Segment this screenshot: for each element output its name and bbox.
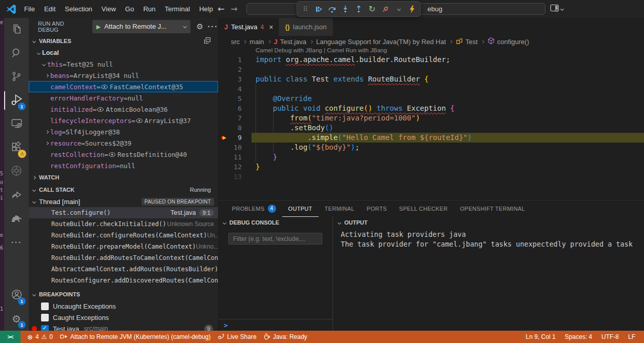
debug-console-header[interactable]: DEBUG CONSOLE — [219, 217, 333, 228]
search[interactable] — [4, 42, 29, 65]
close-icon[interactable]: × — [269, 23, 273, 31]
breadcrumb-item[interactable]: configure() — [487, 37, 529, 46]
breadcrumb-item[interactable]: Test — [456, 37, 478, 46]
kubernetes[interactable] — [4, 159, 29, 183]
breakpoints-section-header[interactable]: BREAKPOINTS — [29, 288, 218, 300]
editor-tab[interactable]: {}launch.json — [279, 18, 333, 36]
remote-explorer[interactable] — [4, 112, 29, 136]
settings[interactable]: ⚙1 — [4, 307, 29, 331]
variable-row[interactable]: resource = Sources$2@39 — [29, 137, 218, 149]
share[interactable] — [4, 183, 29, 207]
menu-edit[interactable]: Edit — [40, 3, 60, 15]
menu-terminal[interactable]: Terminal — [160, 3, 194, 15]
back-icon[interactable]: ← — [218, 4, 224, 14]
breadcrumb-item[interactable]: src — [231, 38, 240, 46]
variable-row[interactable]: lifecycleInterceptors = ArrayList@37 — [29, 115, 218, 126]
paused-breakpoint-icon[interactable] — [220, 133, 230, 143]
collapse-all-icon[interactable] — [204, 37, 211, 45]
call-stack-section-header[interactable]: CALL STACK Running — [29, 184, 218, 196]
debug-session-status[interactable]: Attach to Remote JVM (Kubernetes) (camel… — [60, 333, 210, 341]
encoding-setting[interactable]: UTF-8 — [597, 333, 623, 340]
variable-row[interactable]: restConfiguration = null — [29, 160, 218, 171]
menu-run[interactable]: Run — [139, 3, 160, 15]
variable-row[interactable]: camelContext = FastCamelContext@35 — [29, 81, 218, 92]
step-into-icon[interactable] — [341, 4, 349, 15]
breadcrumb-item[interactable]: Language Support for Java(TM) by Red Hat — [316, 38, 446, 46]
call-stack-frame[interactable]: AbstractCamelContext.addRoutes(RoutesBui… — [29, 264, 218, 275]
method-symbol — [487, 37, 495, 46]
breakpoint-row[interactable]: Caught Exceptions — [29, 312, 218, 323]
editor-tab[interactable]: JTest.java4× — [219, 18, 279, 36]
breakpoint-row[interactable]: Test.javasrc/main9 — [29, 323, 218, 331]
output-header[interactable]: OUTPUT — [334, 217, 644, 228]
run-and-debug[interactable]: 1 — [4, 89, 29, 112]
panel-tab-terminal[interactable]: TERMINAL — [319, 200, 361, 217]
gear-icon[interactable]: ⚙ — [197, 22, 203, 31]
call-stack-frame[interactable]: RouteBuilder.checkInitialized()Unknown S… — [29, 218, 218, 230]
chevron-down-icon[interactable] — [395, 4, 403, 15]
disconnect-icon[interactable] — [381, 4, 389, 15]
menu-view[interactable]: View — [97, 3, 121, 15]
launch-config-dropdown[interactable]: ▶ Attach to Remote J... — [92, 20, 190, 33]
more-actions-icon[interactable]: ··· — [207, 23, 218, 30]
menu-file[interactable]: File — [19, 3, 40, 15]
explorer[interactable] — [4, 18, 29, 42]
drag-handle-icon[interactable]: ⠿ — [301, 4, 309, 15]
panel-tab-ports[interactable]: PORTS — [361, 200, 393, 217]
camel[interactable] — [4, 207, 29, 230]
call-stack-frame[interactable]: Test.configure()Test.java9:1 — [29, 207, 218, 218]
thread-row[interactable]: Thread [main] PAUSED ON BREAKPOINT — [29, 196, 218, 207]
variable-row[interactable]: this = Test@25 null — [29, 58, 218, 70]
debug-console-filter-input[interactable] — [228, 233, 322, 245]
accounts[interactable]: 1 — [4, 284, 29, 307]
lightning-bolt-icon[interactable] — [408, 4, 416, 15]
call-stack-frame[interactable]: RouteBuilder.configureRoutes(CamelContex… — [29, 230, 218, 241]
menu-go[interactable]: Go — [121, 3, 139, 15]
panel-tab-spell-checker[interactable]: SPELL CHECKER — [393, 200, 454, 217]
call-stack-frame[interactable]: RoutesConfigurer.addDiscoveredRoutes(Cam… — [29, 275, 218, 286]
layout-control[interactable] — [550, 4, 563, 13]
live-share-status[interactable]: Live Share — [218, 333, 257, 341]
panel-tab-openshift-terminal[interactable]: OPENSHIFT TERMINAL — [454, 200, 531, 217]
codelens-links[interactable]: Camel Debug with JBang | Camel Run with … — [219, 47, 644, 55]
problems-status[interactable]: ⊗ 4 ⚠ 0 — [27, 333, 53, 341]
breadcrumb-item[interactable]: main — [249, 38, 264, 46]
call-stack-frame[interactable]: RouteBuilder.prepareModel(CamelContext)U… — [29, 241, 218, 252]
variable-row[interactable]: beans = ArrayList@34 null — [29, 70, 218, 81]
breakpoint-row[interactable]: Uncaught Exceptions — [29, 300, 218, 312]
more[interactable]: ··· — [4, 230, 29, 254]
remote-indicator[interactable]: >< — [0, 331, 21, 343]
extensions[interactable]: ⚠ — [4, 136, 29, 159]
cursor-position[interactable]: Ln 9, Col 1 — [521, 333, 560, 340]
debug-console-input[interactable]: > — [219, 319, 333, 331]
code-editor[interactable]: 1import org.apache.camel.builder.RouteBu… — [219, 55, 644, 181]
breakpoint-path: src/main — [84, 325, 108, 331]
variable-row[interactable]: restCollection = RestsDefinition@40 — [29, 149, 218, 160]
menu-selection[interactable]: Selection — [60, 3, 96, 15]
panel-tab-problems[interactable]: PROBLEMS4 — [226, 200, 282, 217]
start-debug-icon[interactable]: ▶ — [96, 23, 101, 30]
breakpoint-checkbox[interactable] — [41, 302, 49, 310]
step-out-icon[interactable] — [355, 4, 363, 15]
variable-row[interactable]: initialized = AtomicBoolean@36 — [29, 104, 218, 115]
step-over-icon[interactable] — [328, 4, 336, 15]
forward-icon[interactable]: → — [230, 4, 237, 14]
indentation-setting[interactable]: Spaces: 4 — [560, 333, 597, 340]
variable-row[interactable]: log = Slf4jLogger@38 — [29, 126, 218, 137]
watch-section-header[interactable]: WATCH — [29, 171, 218, 184]
continue-icon[interactable] — [315, 4, 323, 15]
variable-row[interactable]: Local — [29, 47, 218, 58]
call-stack-frame[interactable]: RouteBuilder.addRoutesToCamelContext(Cam… — [29, 252, 218, 264]
restart-icon[interactable]: ↻ — [368, 4, 376, 15]
breakpoint-checkbox[interactable] — [41, 325, 49, 331]
breadcrumb-item[interactable]: JTest.java — [274, 38, 307, 46]
breakpoint-checkbox[interactable] — [41, 314, 49, 321]
java-status[interactable]: Java: Ready — [263, 333, 307, 341]
panel-tab-output[interactable]: OUTPUT — [282, 200, 319, 217]
code-line: 6 public void configure() throws Excepti… — [219, 104, 644, 113]
variable-row[interactable]: errorHandlerFactory = null — [29, 92, 218, 104]
eol-setting[interactable]: LF — [623, 333, 640, 340]
source-control[interactable] — [4, 65, 29, 89]
menu-help[interactable]: Help — [194, 3, 218, 15]
variables-section-header[interactable]: VARIABLES — [29, 35, 218, 47]
